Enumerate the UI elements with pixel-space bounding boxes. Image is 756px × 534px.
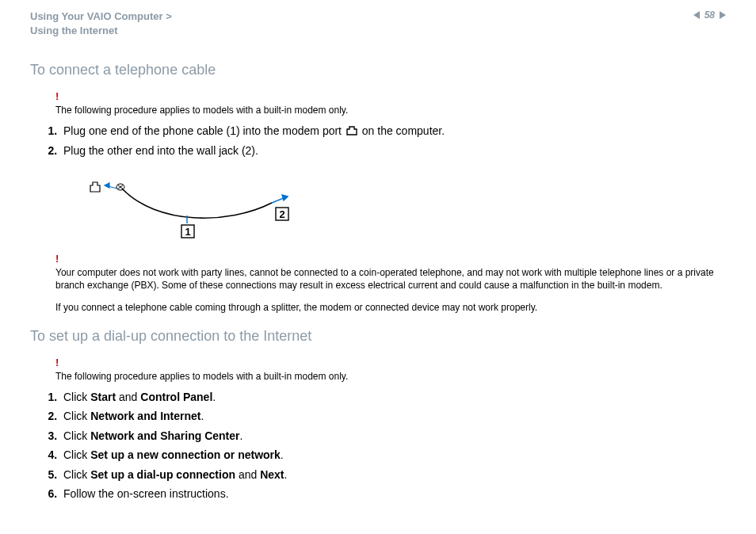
note-text: The following procedure applies to model… — [55, 370, 726, 383]
prev-page-icon[interactable] — [693, 11, 700, 19]
diagram-label-2: 2 — [279, 208, 284, 220]
svg-marker-1 — [105, 183, 109, 188]
note-text: Your computer does not work with party l… — [55, 266, 726, 292]
breadcrumb: Using Your VAIO Computer > Using the Int… — [30, 10, 172, 38]
step-item: Click Network and Internet. — [60, 406, 726, 426]
note-modem-only-1: ! The following procedure applies to mod… — [55, 90, 726, 116]
step-text-post: on the computer. — [359, 124, 445, 137]
page-header: Using Your VAIO Computer > Using the Int… — [30, 10, 726, 38]
caution-icon: ! — [55, 252, 726, 266]
step-text: Click Network and Sharing Center. — [63, 429, 242, 442]
note-text: If you connect a telephone cable coming … — [55, 301, 726, 314]
step-item: Click Start and Control Panel. — [60, 387, 726, 407]
caution-icon: ! — [55, 90, 726, 104]
note-party-lines: ! Your computer does not work with party… — [55, 252, 726, 314]
page-number: 58 — [704, 10, 715, 21]
step-item: Follow the on-screen instructions. — [60, 484, 726, 504]
svg-marker-6 — [282, 195, 288, 200]
cable-diagram: 1 2 — [86, 177, 300, 241]
note-text: The following procedure applies to model… — [55, 104, 726, 116]
note-modem-only-2: ! The following procedure applies to mod… — [55, 356, 726, 383]
step-item: Click Set up a dial-up connection and Ne… — [60, 465, 726, 485]
breadcrumb-current: Using the Internet — [30, 24, 172, 38]
step-text: Plug the other end into the wall jack (2… — [63, 144, 258, 157]
steps-connect-cable: Plug one end of the phone cable (1) into… — [30, 121, 726, 160]
caution-icon: ! — [55, 356, 726, 370]
next-page-icon[interactable] — [720, 11, 726, 19]
step-item: Plug one end of the phone cable (1) into… — [60, 121, 726, 141]
breadcrumb-top: Using Your VAIO Computer > — [30, 10, 172, 24]
step-item: Click Network and Sharing Center. — [60, 426, 726, 446]
step-text-pre: Plug one end of the phone cable (1) into… — [63, 124, 345, 137]
step-text: Click Start and Control Panel. — [63, 391, 216, 403]
diagram-label-1: 1 — [185, 226, 190, 238]
step-text: Click Network and Internet. — [63, 410, 204, 422]
steps-dialup: Click Start and Control Panel. Click Net… — [30, 387, 726, 504]
step-item: Plug the other end into the wall jack (2… — [60, 141, 726, 161]
section-title-connect-cable: To connect a telephone cable — [30, 62, 726, 78]
page-nav: 58 — [693, 10, 726, 21]
step-text: Follow the on-screen instructions. — [63, 487, 229, 500]
modem-port-icon — [346, 126, 357, 135]
step-item: Click Set up a new connection or network… — [60, 445, 726, 465]
step-text: Click Set up a dial-up connection and Ne… — [63, 468, 287, 481]
step-text: Click Set up a new connection or network… — [63, 448, 284, 461]
section-title-dialup: To set up a dial-up connection to the In… — [30, 328, 726, 345]
